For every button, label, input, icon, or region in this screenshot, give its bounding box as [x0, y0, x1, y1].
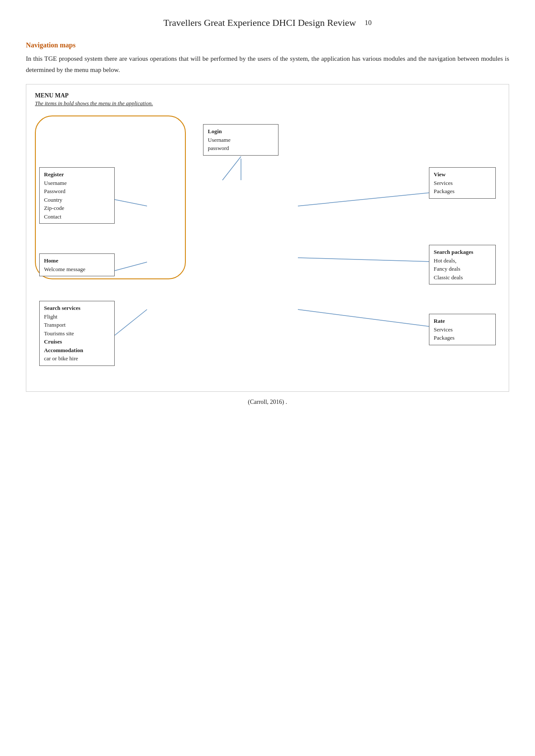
home-welcome: Welcome message: [44, 265, 110, 274]
search-services-transport: Transport: [44, 321, 110, 329]
diagram-sublabel: The items in bold shows the menu in the …: [35, 100, 500, 107]
search-services-accommodation: Accommodation: [44, 346, 110, 355]
search-packages-box: Search packages Hot deals, Fancy deals C…: [429, 245, 496, 284]
rate-services-box: Rate Services Packages: [429, 314, 496, 345]
svg-line-6: [298, 309, 448, 329]
diagram-area: Login Username password Register Usernam…: [35, 116, 500, 383]
register-contact: Contact: [44, 212, 110, 221]
search-packages-fancy: Fancy deals: [434, 265, 491, 273]
register-box: Register Username Password Country Zip-c…: [39, 167, 115, 224]
login-box: Login Username password: [203, 124, 278, 156]
view-title: View: [434, 170, 491, 179]
citation: (Carroll, 2016) .: [26, 399, 509, 406]
view-packages: Packages: [434, 187, 491, 196]
register-zipcode: Zip-code: [44, 204, 110, 212]
rate-packages: Packages: [434, 334, 491, 342]
svg-line-5: [298, 258, 448, 262]
search-services-flight: Flight: [44, 312, 110, 321]
search-packages-hot: Hot deals,: [434, 256, 491, 265]
search-services-car: car or bike hire: [44, 354, 110, 363]
view-services-box: View Services Packages: [429, 167, 496, 199]
login-password: password: [208, 144, 274, 153]
body-text: In this TGE proposed system there are va…: [26, 53, 509, 75]
svg-line-7: [222, 156, 241, 180]
page-number: 10: [365, 19, 372, 27]
rate-title: Rate: [434, 317, 491, 325]
home-box: Home Welcome message: [39, 253, 115, 276]
view-services: Services: [434, 179, 491, 187]
page-header: Travellers Great Experience DHCI Design …: [26, 17, 509, 28]
svg-line-4: [298, 191, 448, 206]
register-username: Username: [44, 179, 110, 187]
rate-services: Services: [434, 325, 491, 334]
home-title: Home: [44, 256, 110, 265]
search-services-cruises: Cruises: [44, 337, 110, 346]
login-title: Login: [208, 127, 274, 136]
register-password: Password: [44, 187, 110, 196]
page-title: Travellers Great Experience DHCI Design …: [163, 17, 356, 28]
svg-line-3: [115, 309, 147, 335]
search-packages-title: Search packages: [434, 248, 491, 256]
search-services-box: Search services Flight Transport Tourism…: [39, 301, 115, 366]
section-heading: Navigation maps: [26, 41, 509, 49]
register-title: Register: [44, 170, 110, 179]
diagram-container: MENU MAP The items in bold shows the men…: [26, 84, 509, 392]
search-services-title: Search services: [44, 304, 110, 312]
register-country: Country: [44, 196, 110, 204]
diagram-label: MENU MAP: [35, 92, 500, 99]
search-packages-classic: Classic deals: [434, 273, 491, 282]
login-username: Username: [208, 136, 274, 144]
search-services-tourisms: Tourisms site: [44, 329, 110, 338]
